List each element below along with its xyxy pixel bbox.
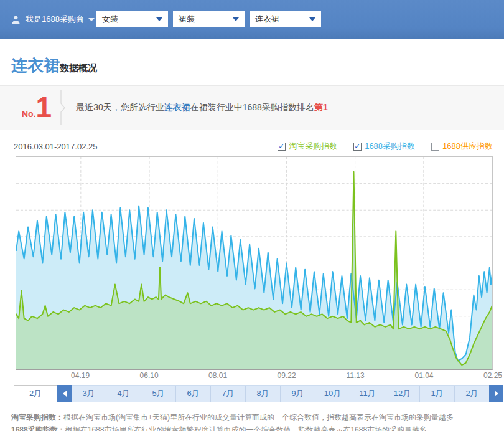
date-range-label: 2016.03.01-2017.02.25 [14,142,97,151]
rank-badge: No. 1 [22,95,52,120]
month-select-value: 2月 [29,388,42,399]
rank-number: 1 [36,95,52,120]
chevron-down-icon [156,17,162,21]
category-dropdown-1-value: 女装 [102,14,118,25]
index-footnotes: 淘宝采购指数：根据在淘宝市场(淘宝集市+天猫)里所在行业的成交量计算而成的一个综… [11,411,504,431]
page-title-keyword: 连衣裙 [11,55,60,77]
month-tab[interactable]: 7月 [210,386,245,402]
rank-prefix: No. [22,109,36,119]
month-tab[interactable]: 3月 [72,386,106,402]
month-selector-bar: 2月 3月4月5月6月7月8月9月10月11月12月1月2月 [14,385,503,402]
month-tab[interactable]: 9月 [280,386,315,402]
footnote-text: 根据在淘宝市场(淘宝集市+天猫)里所在行业的成交量计算而成的一个综合数值，指数越… [63,413,454,422]
category-dropdown-3[interactable]: 连衣裙 [250,11,321,27]
checkbox-icon[interactable] [353,143,362,151]
legend-label: 1688采购指数 [365,141,415,152]
index-trend-chart[interactable] [16,156,493,370]
chevron-down-icon [233,17,239,21]
legend-item-taobao-index[interactable]: 淘宝采购指数 [278,141,337,152]
legend-label: 1688供应指数 [442,141,493,152]
footnote-text: 根据在1688市场里所在行业的搜索频繁程度计算而成的一个综合数值，指数越高表示在… [65,425,427,431]
x-tick-label: 09.22 [278,371,296,380]
month-tab[interactable]: 1月 [419,386,454,402]
month-tab[interactable]: 6月 [175,386,210,402]
checkbox-icon[interactable] [278,143,286,151]
user-menu[interactable]: 我是1688采购商 [11,14,96,25]
x-tick-label: 11.13 [346,371,364,380]
footnote-label: 1688采购指数： [11,425,65,431]
month-tab[interactable]: 4月 [106,386,141,402]
footnote-label: 淘宝采购指数： [11,413,63,422]
legend-item-1688-supply-index[interactable]: 1688供应指数 [431,141,493,152]
divider-notch-icon [60,90,66,125]
rank-sentence-keyword: 连衣裙 [164,102,190,112]
footnote-taobao: 淘宝采购指数：根据在淘宝市场(淘宝集市+天猫)里所在行业的成交量计算而成的一个综… [11,411,504,424]
x-tick-label: 01.04 [415,371,434,380]
rank-sentence: 最近30天，您所选行业连衣裙在裙装行业中1688采购指数排名第1 [76,102,328,113]
chevron-down-icon [309,17,315,21]
month-scroll-right-button[interactable] [489,385,503,402]
month-tab[interactable]: 11月 [350,386,385,402]
category-dropdown-2-value: 裙装 [179,14,195,25]
user-menu-label: 我是1688采购商 [26,14,84,25]
x-tick-label: 04.19 [71,371,90,380]
rank-sentence-rank: 第1 [314,102,328,112]
x-tick-label: 02.25 [483,371,502,380]
chart-canvas[interactable] [16,157,492,369]
rank-banner: No. 1 最近30天，您所选行业连衣裙在裙装行业中1688采购指数排名第1 [0,85,504,130]
legend-label: 淘宝采购指数 [289,141,337,152]
x-axis-labels: 04.1906.1008.0109.2211.1301.0402.25 [0,371,504,382]
arrow-left-icon [63,391,67,397]
month-scroll-left-button[interactable] [57,385,72,402]
category-dropdown-2[interactable]: 裙装 [173,11,245,27]
rank-sentence-pre: 最近30天，您所选行业 [76,102,164,112]
month-tab[interactable]: 10月 [315,386,350,402]
checkbox-icon[interactable] [431,143,439,151]
month-tab[interactable]: 5月 [141,386,175,402]
page-title: 连衣裙 数据概况 [11,55,504,73]
month-tab[interactable]: 12月 [385,386,419,402]
user-icon [11,15,21,24]
footnote-1688: 1688采购指数：根据在1688市场里所在行业的搜索频繁程度计算而成的一个综合数… [11,424,504,431]
x-tick-label: 06.10 [140,371,159,380]
top-header: 我是1688采购商 女装 裙装 连衣裙 [0,0,504,39]
arrow-right-icon [495,391,498,397]
month-tabs: 3月4月5月6月7月8月9月10月11月12月1月2月 [72,385,489,402]
category-dropdown-1[interactable]: 女装 [96,11,168,27]
month-tab[interactable]: 2月 [454,386,489,402]
month-select-box[interactable]: 2月 [14,385,57,402]
rank-sentence-mid: 在裙装行业中1688采购指数排名 [190,102,314,112]
month-tab[interactable]: 8月 [245,386,280,402]
legend-item-1688-purchase-index[interactable]: 1688采购指数 [353,141,415,152]
page-title-suffix: 数据概况 [60,62,97,74]
x-tick-label: 08.01 [208,371,227,380]
category-dropdown-3-value: 连衣裙 [255,14,279,25]
chevron-down-icon [88,18,95,21]
chart-legend: 淘宝采购指数 1688采购指数 1688供应指数 [261,141,493,152]
